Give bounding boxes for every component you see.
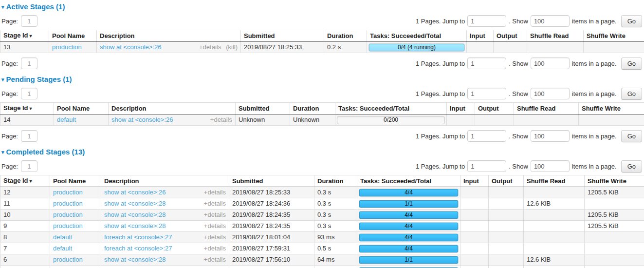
pending-stages-heading[interactable]: ▾Pending Stages (1) — [1, 76, 644, 83]
details-toggle[interactable]: +details — [199, 43, 221, 51]
details-toggle[interactable]: +details — [204, 200, 226, 208]
description-link[interactable]: foreach at <console>:27 — [104, 233, 172, 241]
details-toggle[interactable]: +details — [204, 222, 226, 230]
page-number-input[interactable] — [21, 160, 37, 172]
go-button[interactable]: Go — [621, 57, 642, 70]
jump-to-input[interactable] — [467, 160, 506, 172]
description-link[interactable]: show at <console>:26 — [104, 189, 166, 196]
col-header-submitted[interactable]: Submitted — [229, 175, 314, 187]
col-header-shuffle-write[interactable]: Shuffle Write — [579, 103, 644, 115]
submitted-cell: 2019/08/27 18:24:35 — [229, 221, 314, 232]
col-header-input[interactable]: Input — [467, 30, 494, 42]
pool-link[interactable]: production — [53, 256, 83, 263]
col-header-shuffle-read[interactable]: Shuffle Read — [514, 103, 579, 115]
description-link[interactable]: show at <console>:28 — [104, 256, 166, 264]
shuffle-write-cell: 1205.5 KiB — [585, 187, 644, 198]
shuffle-write-cell: 1205.5 KiB — [585, 210, 644, 221]
jump-to-input[interactable] — [467, 88, 506, 99]
description-link[interactable]: show at <console>:26 — [100, 43, 161, 51]
description-cell: show at <console>:26+details — [109, 115, 236, 126]
completed-stages-heading[interactable]: ▾Completed Stages (13) — [1, 148, 644, 156]
active-stages-heading[interactable]: ▾Active Stages (1) — [1, 3, 644, 11]
col-header-submitted[interactable]: Submitted — [241, 30, 324, 42]
details-toggle[interactable]: +details — [210, 116, 232, 124]
details-toggle[interactable]: +details — [204, 245, 226, 252]
pool-link[interactable]: production — [53, 200, 83, 207]
shuffle-write-cell — [585, 254, 644, 266]
col-header-pool-name[interactable]: Pool Name — [50, 175, 101, 187]
pool-link[interactable]: default — [53, 245, 72, 252]
page-number-input[interactable] — [21, 130, 37, 142]
show-count-input[interactable] — [531, 15, 570, 27]
col-header-stage-id[interactable]: Stage Id▾ — [0, 103, 54, 115]
table-row: 12productionshow at <console>:26+details… — [0, 187, 644, 198]
table-row: 9productionshow at <console>:28+details2… — [0, 221, 644, 232]
submitted-cell: 2019/08/27 18:24:35 — [229, 210, 314, 221]
shuffle-write-cell — [585, 243, 644, 254]
col-header-output[interactable]: Output — [489, 175, 524, 187]
go-button[interactable]: Go — [621, 130, 642, 142]
details-toggle[interactable]: +details — [204, 233, 226, 241]
col-header-tasks[interactable]: Tasks: Succeeded/Total — [367, 30, 467, 42]
col-header-duration[interactable]: Duration — [290, 103, 335, 115]
page-number-input[interactable] — [21, 88, 37, 99]
col-header-stage-id[interactable]: Stage Id▾ — [0, 30, 49, 42]
col-header-shuffle-write[interactable]: Shuffle Write — [585, 175, 644, 187]
col-header-description[interactable]: Description — [97, 30, 241, 42]
pool-link[interactable]: production — [52, 43, 82, 51]
description-link[interactable]: foreach at <console>:27 — [104, 245, 172, 252]
description-link[interactable]: show at <console>:28 — [104, 222, 166, 230]
pool-link[interactable]: default — [57, 116, 76, 123]
go-button[interactable]: Go — [621, 15, 642, 27]
details-toggle[interactable]: +details — [204, 189, 226, 196]
col-header-shuffle-read[interactable]: Shuffle Read — [524, 175, 585, 187]
col-header-input[interactable]: Input — [447, 103, 475, 115]
go-button[interactable]: Go — [621, 160, 642, 172]
col-header-description[interactable]: Description — [101, 175, 229, 187]
description-link[interactable]: show at <console>:28 — [104, 211, 166, 219]
col-header-pool-name[interactable]: Pool Name — [49, 30, 97, 42]
col-header-stage-id[interactable]: Stage Id▾ — [0, 175, 50, 187]
show-count-input[interactable] — [531, 57, 570, 69]
description-wrap: show at <console>:28+details — [104, 211, 226, 219]
show-count-input[interactable] — [531, 160, 570, 172]
jump-to-input[interactable] — [467, 57, 506, 69]
description-link[interactable]: show at <console>:28 — [104, 200, 166, 208]
col-header-shuffle-write[interactable]: Shuffle Write — [584, 30, 644, 42]
go-button[interactable]: Go — [621, 88, 642, 100]
show-count-input[interactable] — [531, 88, 570, 99]
progress-label: 0/200 — [337, 116, 444, 124]
show-count-input[interactable] — [531, 130, 570, 142]
items-text: items in a page. — [572, 60, 617, 67]
col-header-submitted[interactable]: Submitted — [236, 103, 290, 115]
pages-count-text: 1 Pages. Jump to — [416, 90, 465, 97]
page-number-input[interactable] — [21, 15, 37, 27]
col-header-tasks[interactable]: Tasks: Succeeded/Total — [357, 175, 460, 187]
col-header-duration[interactable]: Duration — [324, 30, 367, 42]
col-header-input[interactable]: Input — [460, 175, 489, 187]
pool-link[interactable]: production — [53, 211, 83, 218]
jump-to-input[interactable] — [467, 130, 506, 142]
pool-link[interactable]: production — [53, 189, 83, 196]
col-header-pool-name[interactable]: Pool Name — [54, 103, 109, 115]
output-cell — [489, 243, 524, 254]
kill-link[interactable]: (kill) — [226, 43, 238, 51]
page-label: Page: — [1, 163, 18, 170]
details-toggle[interactable]: +details — [204, 256, 226, 264]
col-header-description[interactable]: Description — [109, 103, 236, 115]
pool-link[interactable]: default — [53, 233, 72, 241]
description-link[interactable]: show at <console>:26 — [111, 116, 173, 124]
shuffle-read-cell — [527, 42, 584, 53]
page-number-input[interactable] — [21, 57, 37, 69]
details-toggle[interactable]: +details — [204, 211, 226, 219]
col-header-tasks[interactable]: Tasks: Succeeded/Total — [335, 103, 447, 115]
jump-to-input[interactable] — [467, 15, 506, 27]
col-header-output[interactable]: Output — [475, 103, 514, 115]
duration-cell: 0.3 s — [314, 210, 357, 221]
pages-count-text: 1 Pages. Jump to — [416, 163, 465, 170]
col-header-shuffle-read[interactable]: Shuffle Read — [527, 30, 584, 42]
col-header-output[interactable]: Output — [494, 30, 527, 42]
duration-cell: 64 ms — [314, 254, 357, 266]
col-header-duration[interactable]: Duration — [314, 175, 357, 187]
pool-link[interactable]: production — [53, 222, 83, 230]
